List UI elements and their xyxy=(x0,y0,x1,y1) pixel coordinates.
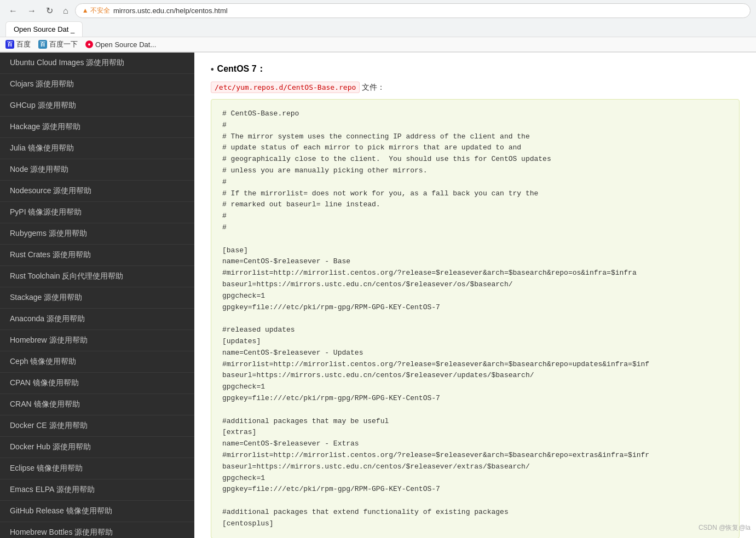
bookmarks-bar: 百 百度 百 百度一下 ● Open Source Dat... xyxy=(0,37,756,52)
sidebar-item-pypi[interactable]: PyPI 镜像源使用帮助 xyxy=(0,202,194,223)
bookmark-open-source-label: Open Source Dat... xyxy=(95,41,156,49)
bookmark-baidu2[interactable]: 百 百度一下 xyxy=(38,39,78,49)
sidebar-item-docker-ce[interactable]: Docker CE 源使用帮助 xyxy=(0,415,194,437)
bookmark-baidu2-label: 百度一下 xyxy=(49,39,78,49)
sidebar-item-ghcup[interactable]: GHCup 源使用帮助 xyxy=(0,95,194,117)
sidebar-item-ubuntu-cloud[interactable]: Ubuntu Cloud Images 源使用帮助 xyxy=(0,53,194,74)
sidebar-item-github-release[interactable]: GitHub Release 镜像使用帮助 xyxy=(0,501,194,522)
file-path: /etc/yum.repos.d/CentOS-Base.repo xyxy=(211,82,360,93)
reload-button[interactable]: ↻ xyxy=(43,3,56,18)
forward-button[interactable]: → xyxy=(24,4,39,18)
bookmark-open-source[interactable]: ● Open Source Dat... xyxy=(85,41,156,49)
baidu-icon: 百 xyxy=(5,40,14,49)
sidebar-item-nodesource[interactable]: Nodesource 源使用帮助 xyxy=(0,181,194,202)
tab-label: Open Source Dat _ xyxy=(14,25,74,33)
nav-bar: ← → ↻ ⌂ ▲ 不安全 mirrors.ustc.edu.cn/help/c… xyxy=(0,0,756,21)
sidebar-item-rust-crates[interactable]: Rust Crates 源使用帮助 xyxy=(0,245,194,266)
tab-open-source[interactable]: Open Source Dat _ xyxy=(5,21,83,37)
sidebar-item-homebrew[interactable]: Homebrew 源使用帮助 xyxy=(0,330,194,351)
sidebar-item-eclipse[interactable]: Eclipse 镜像使用帮助 xyxy=(0,458,194,479)
sidebar-item-julia[interactable]: Julia 镜像使用帮助 xyxy=(0,138,194,159)
sidebar-item-emacs-elpa[interactable]: Emacs ELPA 源使用帮助 xyxy=(0,479,194,501)
url-text: mirrors.ustc.edu.cn/help/centos.html xyxy=(113,7,228,15)
sidebar-item-anaconda[interactable]: Anaconda 源使用帮助 xyxy=(0,309,194,330)
security-warning: ▲ 不安全 xyxy=(82,6,110,15)
file-label: 文件： xyxy=(362,83,385,91)
sidebar-item-cran[interactable]: CRAN 镜像使用帮助 xyxy=(0,394,194,415)
sidebar: Ubuntu Cloud Images 源使用帮助 Clojars 源使用帮助 … xyxy=(0,53,194,538)
sidebar-item-hackage[interactable]: Hackage 源使用帮助 xyxy=(0,117,194,138)
home-button[interactable]: ⌂ xyxy=(60,4,72,18)
sidebar-item-homebrew-bottles[interactable]: Homebrew Bottles 源使用帮助 xyxy=(0,522,194,538)
sidebar-item-ceph[interactable]: Ceph 镜像使用帮助 xyxy=(0,351,194,373)
sidebar-item-docker-hub[interactable]: Docker Hub 源使用帮助 xyxy=(0,437,194,458)
watermark: CSDN @恢复@la xyxy=(699,523,751,533)
centos7-section: CentOS 7： /etc/yum.repos.d/CentOS-Base.r… xyxy=(211,63,740,538)
sidebar-item-rust-toolchain[interactable]: Rust Toolchain 反向代理使用帮助 xyxy=(0,266,194,287)
file-ref-line: /etc/yum.repos.d/CentOS-Base.repo 文件： xyxy=(211,83,740,92)
sidebar-item-clojars[interactable]: Clojars 源使用帮助 xyxy=(0,74,194,95)
content-area: CentOS 7： /etc/yum.repos.d/CentOS-Base.r… xyxy=(194,53,756,538)
bookmark-baidu[interactable]: 百 百度 xyxy=(5,39,31,49)
open-source-icon: ● xyxy=(85,41,93,48)
centos7-label: CentOS 7： xyxy=(217,63,266,75)
bookmark-baidu-label: 百度 xyxy=(16,39,31,49)
sidebar-item-stackage[interactable]: Stackage 源使用帮助 xyxy=(0,287,194,309)
sidebar-item-cpan[interactable]: CPAN 镜像使用帮助 xyxy=(0,373,194,394)
address-bar[interactable]: ▲ 不安全 mirrors.ustc.edu.cn/help/centos.ht… xyxy=(75,3,751,18)
baidu2-icon: 百 xyxy=(38,40,47,49)
tabs-bar: Open Source Dat _ xyxy=(0,21,756,37)
browser-chrome: ← → ↻ ⌂ ▲ 不安全 mirrors.ustc.edu.cn/help/c… xyxy=(0,0,756,53)
sidebar-item-node[interactable]: Node 源使用帮助 xyxy=(0,159,194,181)
centos7-title: CentOS 7： xyxy=(211,63,740,75)
sidebar-item-rubygems[interactable]: Rubygems 源使用帮助 xyxy=(0,223,194,245)
code-block: # CentOS-Base.repo # # The mirror system… xyxy=(211,99,740,538)
back-button[interactable]: ← xyxy=(5,4,21,18)
main-area: Ubuntu Cloud Images 源使用帮助 Clojars 源使用帮助 … xyxy=(0,53,756,538)
